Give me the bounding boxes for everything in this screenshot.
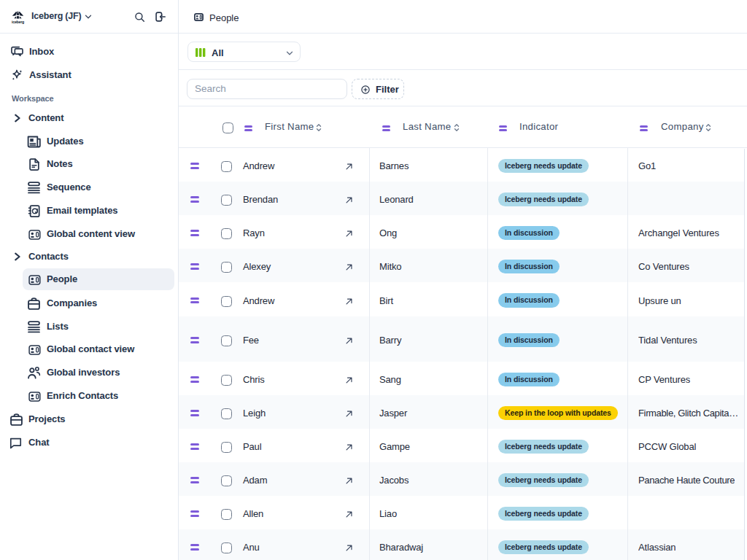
svg-text:iceberg: iceberg (12, 20, 24, 24)
